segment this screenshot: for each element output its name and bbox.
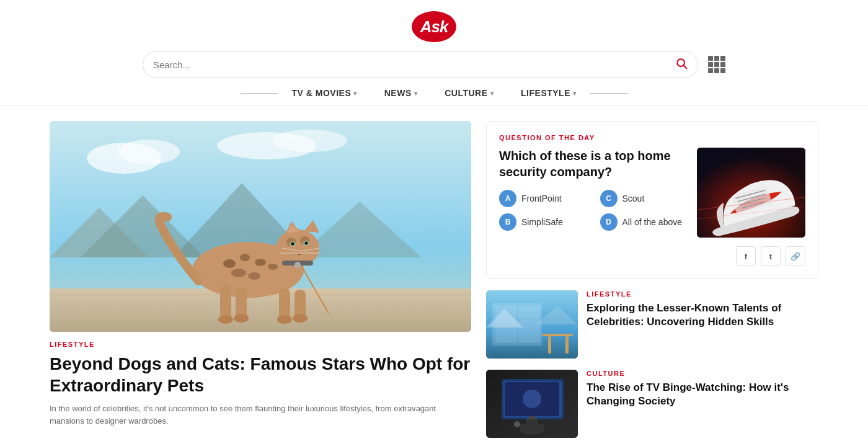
answer-text-c: Scout [622,194,645,203]
grid-dot [714,56,719,61]
search-button[interactable] [675,57,688,73]
nav-label-tv-movies: TV & MOVIES [291,88,351,98]
svg-point-17 [240,254,250,261]
svg-point-20 [248,272,260,280]
answer-text-d: All of the above [622,217,683,227]
answer-d[interactable]: D All of the above [600,213,689,231]
svg-rect-61 [542,334,573,336]
chevron-down-icon: ▾ [353,90,357,97]
chevron-down-icon: ▾ [490,90,494,97]
qotd-label: QUESTION OF THE DAY [499,134,805,141]
svg-point-30 [291,243,294,246]
hero-article-description: In the world of celebrities, it's not un… [50,403,471,427]
site-logo[interactable]: Ask [412,11,456,42]
svg-point-31 [305,242,308,245]
svg-rect-39 [279,288,290,319]
article-title-culture: The Rise of TV Binge-Watching: How it's … [587,381,818,408]
chevron-down-icon: ▾ [414,90,418,97]
right-column: QUESTION OF THE DAY Which of these is a … [486,121,818,438]
facebook-share-button[interactable]: f [736,246,756,266]
svg-point-6 [273,130,347,152]
grid-dot [714,68,719,73]
answer-badge-a: A [499,190,516,207]
article-thumb-lifestyle [486,290,578,359]
grid-dot [720,62,725,67]
answer-text-b: SimpliSafe [521,217,563,227]
nav-item-news[interactable]: NEWS ▾ [371,88,432,98]
article-thumb-culture [486,370,578,438]
svg-point-4 [118,140,180,164]
grid-menu-button[interactable] [708,56,725,73]
question-title: Which of these is a top home security co… [499,148,688,180]
hero-image [50,121,471,332]
logo-text: Ask [420,17,448,37]
article-category-lifestyle: LIFESTYLE [587,290,818,298]
svg-point-18 [255,259,266,266]
culture-thumb-image [486,370,578,438]
svg-point-73 [514,421,520,427]
svg-point-46 [294,262,301,268]
answer-badge-b: B [499,213,516,231]
svg-point-21 [268,264,278,270]
side-article-1[interactable]: LIFESTYLE Exploring the Lesser-Known Tal… [486,290,818,359]
lifestyle-thumb-image [486,290,578,359]
question-of-day-card: QUESTION OF THE DAY Which of these is a … [486,121,818,279]
nav-item-culture[interactable]: CULTURE ▾ [431,88,507,98]
svg-point-70 [523,390,541,408]
nav-line-left [241,93,278,94]
svg-point-43 [277,315,292,324]
answers-grid: A FrontPoint C Scout B SimpliSafe D [499,190,688,231]
hero-illustration [50,121,471,332]
answer-c[interactable]: C Scout [600,190,689,207]
svg-point-42 [234,314,249,323]
left-column: LIFESTYLE Beyond Dogs and Cats: Famous S… [50,121,471,438]
svg-rect-75 [520,424,544,426]
answer-a[interactable]: A FrontPoint [499,190,588,207]
nav-label-culture: CULTURE [445,88,487,98]
chevron-down-icon: ▾ [573,90,577,97]
svg-rect-63 [565,336,569,354]
grid-dot [708,56,713,61]
svg-rect-37 [220,285,231,319]
main-nav: TV & MOVIES ▾ NEWS ▾ CULTURE ▾ LIFESTYLE… [0,88,868,106]
article-info-lifestyle: LIFESTYLE Exploring the Lesser-Known Tal… [587,290,818,329]
nav-label-lifestyle: LIFESTYLE [521,88,570,98]
grid-dot [720,68,725,73]
article-title-lifestyle: Exploring the Lesser-Known Talents of Ce… [587,301,818,329]
share-row: f t 🔗 [499,246,805,266]
answer-b[interactable]: B SimpliSafe [499,213,588,231]
svg-line-1 [684,65,687,68]
twitter-share-button[interactable]: t [761,246,781,266]
nav-item-lifestyle[interactable]: LIFESTYLE ▾ [507,88,590,98]
article-info-culture: CULTURE The Rise of TV Binge-Watching: H… [587,370,818,408]
nav-item-tv-movies[interactable]: TV & MOVIES ▾ [278,88,370,98]
side-article-2[interactable]: CULTURE The Rise of TV Binge-Watching: H… [486,370,818,438]
answer-badge-d: D [600,213,618,231]
search-bar [143,51,698,78]
svg-point-19 [231,269,246,277]
hero-article-title: Beyond Dogs and Cats: Famous Stars Who O… [50,353,471,396]
grid-dot [708,62,713,67]
svg-rect-62 [548,336,551,354]
grid-dot [720,56,725,61]
question-content: Which of these is a top home security co… [499,148,805,238]
article-category-culture: CULTURE [587,370,818,377]
answer-text-a: FrontPoint [521,194,562,203]
hero-article-category: LIFESTYLE [50,341,471,348]
grid-dot [714,62,719,67]
search-input[interactable] [153,60,670,70]
answer-badge-c: C [600,190,618,207]
svg-rect-74 [528,419,536,424]
question-image [697,148,805,238]
question-text-area: Which of these is a top home security co… [499,148,688,231]
copy-link-button[interactable]: 🔗 [786,246,805,266]
nav-label-news: NEWS [384,88,412,98]
sneaker-illustration [697,148,805,238]
grid-dot [708,68,713,73]
svg-point-16 [223,259,236,268]
nav-line-right [590,93,627,94]
svg-point-41 [218,315,233,324]
svg-point-44 [293,314,308,323]
